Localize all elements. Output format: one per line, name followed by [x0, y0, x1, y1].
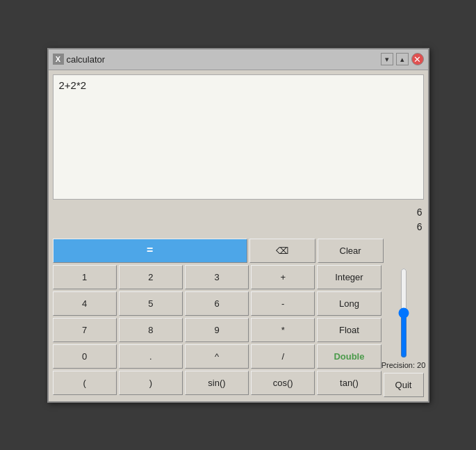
num7-button[interactable]: 7	[53, 318, 117, 342]
integer-button[interactable]: Integer	[317, 265, 381, 289]
slider-section: Precision: 20	[381, 265, 426, 370]
minimize-button[interactable]: ▾	[381, 53, 393, 65]
app-icon: X	[53, 54, 64, 65]
left-buttons: 1 2 3 + Integer 4 5 6 - Long 7 8	[53, 265, 381, 397]
num5-button[interactable]: 5	[119, 291, 183, 316]
close-button[interactable]: ✕	[411, 53, 424, 65]
dot-button[interactable]: .	[119, 344, 183, 369]
long-button[interactable]: Long	[317, 291, 381, 316]
power-button[interactable]: ^	[185, 344, 249, 369]
num1-button[interactable]: 1	[53, 265, 117, 289]
num2-button[interactable]: 2	[119, 265, 183, 289]
backspace-button[interactable]: ⌫	[249, 239, 315, 263]
sin-button[interactable]: sin()	[185, 371, 249, 395]
float-button[interactable]: Float	[317, 318, 381, 342]
precision-label: Precision: 20	[381, 361, 426, 369]
multiply-button[interactable]: *	[251, 318, 315, 342]
row-3: 4 5 6 - Long	[53, 291, 381, 316]
num8-button[interactable]: 8	[119, 318, 183, 342]
clear-button[interactable]: Clear	[318, 239, 384, 263]
title-bar-left: X calculator	[53, 54, 106, 65]
calculator-window: X calculator ▾ ▴ ✕ 2+2*2 6 6 = ⌫ Clear	[47, 48, 429, 403]
right-column: Precision: 20 Quit	[384, 265, 424, 397]
result-line-1: 6	[417, 205, 422, 220]
window-title: calculator	[67, 54, 106, 65]
plus-button[interactable]: +	[251, 265, 315, 289]
num9-button[interactable]: 9	[185, 318, 249, 342]
quit-button[interactable]: Quit	[384, 373, 424, 397]
minus-button[interactable]: -	[251, 291, 315, 316]
result-line-2: 6	[417, 220, 422, 234]
equals-button[interactable]: =	[53, 239, 247, 263]
num6-button[interactable]: 6	[185, 291, 249, 316]
row-6: ( ) sin() cos() tan()	[53, 371, 381, 395]
expression-text: 2+2*2	[59, 79, 87, 91]
double-button[interactable]: Double	[317, 344, 381, 369]
lparen-button[interactable]: (	[53, 371, 117, 395]
divide-button[interactable]: /	[251, 344, 315, 369]
title-bar: X calculator ▾ ▴ ✕	[49, 49, 428, 70]
cos-button[interactable]: cos()	[251, 371, 315, 395]
expression-display: 2+2*2	[53, 74, 424, 200]
row-2: 1 2 3 + Integer	[53, 265, 381, 289]
precision-slider[interactable]	[397, 268, 411, 358]
row-5: 0 . ^ / Double	[53, 344, 381, 369]
num0-button[interactable]: 0	[53, 344, 117, 369]
maximize-button[interactable]: ▴	[396, 53, 409, 65]
num4-button[interactable]: 4	[53, 291, 117, 316]
row-1: = ⌫ Clear	[53, 239, 424, 263]
result-display: 6 6	[49, 204, 428, 236]
tan-button[interactable]: tan()	[317, 371, 381, 395]
num3-button[interactable]: 3	[185, 265, 249, 289]
row-4: 7 8 9 * Float	[53, 318, 381, 342]
lower-section: 1 2 3 + Integer 4 5 6 - Long 7 8	[53, 265, 424, 397]
title-bar-controls: ▾ ▴ ✕	[381, 53, 424, 65]
slider-col	[386, 239, 424, 263]
buttons-section: = ⌫ Clear 1 2 3 + Integer 4 5 6	[49, 236, 428, 401]
rparen-button[interactable]: )	[119, 371, 183, 395]
